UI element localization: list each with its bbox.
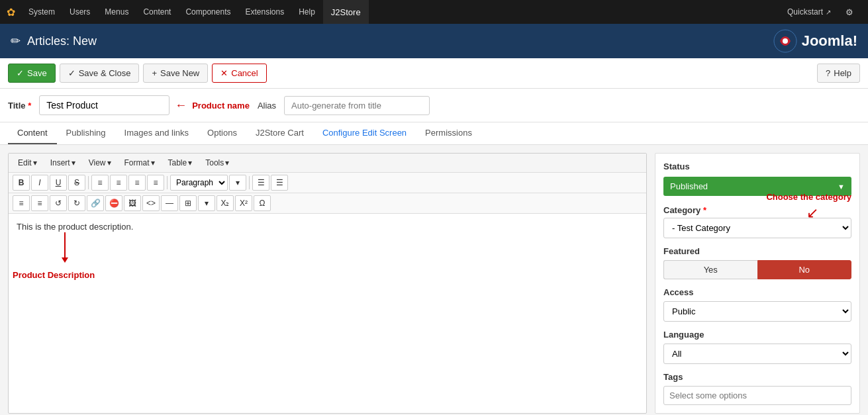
access-row: Access Public Registered Special [663, 287, 851, 322]
subscript-button[interactable]: X₂ [217, 195, 234, 211]
undo-button[interactable]: ↺ [50, 195, 67, 211]
nav-brand[interactable]: J2Store [323, 0, 369, 24]
save-close-button[interactable]: ✓ Save & Close [60, 64, 140, 83]
link-button[interactable]: 🔗 [87, 195, 104, 211]
access-select[interactable]: Public Registered Special [663, 301, 851, 322]
editor-toolbar-row1: B I U S ≡ ≡ ≡ ≡ Paragraph ▾ ☰ ☰ [9, 173, 646, 193]
title-input[interactable] [39, 95, 169, 115]
align-left-button[interactable]: ≡ [91, 175, 109, 191]
toolbar: ✓ Save ✓ Save & Close + Save New ✕ Cance… [0, 58, 868, 89]
required-star: * [28, 101, 31, 111]
header-bar: ✏ Articles: New Joomla! [0, 24, 868, 58]
editor-description-text: This is the product description. [17, 222, 638, 232]
tab-permissions[interactable]: Permissions [416, 122, 481, 144]
chevron-down-icon: ▾ [107, 158, 111, 167]
table-dropdown-icon[interactable]: ▾ [198, 195, 215, 211]
superscript-button[interactable]: X² [235, 195, 252, 211]
tags-input[interactable] [663, 386, 851, 405]
table-button[interactable]: ⊞ [179, 195, 197, 211]
tags-label: Tags [663, 372, 851, 382]
paragraph-dropdown-icon[interactable]: ▾ [229, 175, 246, 191]
category-select[interactable]: - Test Category [663, 218, 851, 238]
image-button[interactable]: 🖼 [124, 195, 141, 211]
tab-content[interactable]: Content [8, 122, 57, 144]
align-left2-button[interactable]: ≡ [13, 195, 30, 211]
joomla-nav-icon: ✿ [7, 6, 15, 19]
help-button[interactable]: ? Help [817, 64, 860, 83]
code-button[interactable]: <> [142, 195, 160, 211]
nav-extensions[interactable]: Extensions [238, 0, 291, 24]
featured-no-button[interactable]: No [757, 260, 852, 279]
joomla-logo-icon [773, 28, 798, 54]
language-label: Language [663, 330, 851, 340]
editor-menu-tools[interactable]: Tools ▾ [200, 156, 234, 169]
language-select[interactable]: All English [663, 344, 851, 364]
editor-menu-view[interactable]: View ▾ [83, 156, 117, 169]
unlink-button[interactable]: ⛔ [105, 195, 122, 211]
title-input-wrap: ← Product name [39, 95, 250, 115]
svg-marker-3 [62, 257, 68, 263]
featured-toggle: Yes No [663, 260, 851, 279]
chevron-down-icon: ▾ [33, 158, 37, 167]
align-right-button[interactable]: ≡ [128, 175, 146, 191]
editor-menu-table[interactable]: Table ▾ [163, 156, 198, 169]
italic-button[interactable]: I [31, 175, 48, 191]
align-center-button[interactable]: ≡ [110, 175, 127, 191]
chevron-down-icon: ▾ [72, 158, 75, 167]
settings-gear-icon[interactable]: ⚙ [838, 0, 861, 24]
align-justify-button[interactable]: ≡ [147, 175, 164, 191]
featured-row: Featured Yes No [663, 246, 851, 279]
editor-menu-format[interactable]: Format ▾ [119, 156, 160, 169]
bold-button[interactable]: B [13, 175, 30, 191]
nav-help[interactable]: Help [292, 0, 322, 24]
choose-category-annotation: Choose the category [766, 192, 851, 202]
featured-yes-button[interactable]: Yes [663, 260, 757, 279]
category-select-row: - Test Category ↙ [663, 215, 851, 238]
ordered-list-button[interactable]: ☰ [271, 175, 288, 191]
alias-label: Alias [258, 101, 276, 111]
tab-j2store-cart[interactable]: J2Store Cart [246, 122, 313, 144]
sidebar-section: Status Published Unpublished Archived Tr… [655, 153, 860, 414]
alias-input[interactable] [284, 96, 430, 115]
status-label: Status [663, 161, 851, 171]
align-right2-button[interactable]: ≡ [31, 195, 48, 211]
top-navbar: ✿ System Users Menus Content Components … [0, 0, 868, 24]
chevron-down-icon: ▾ [188, 158, 192, 167]
nav-menus[interactable]: Menus [98, 0, 135, 24]
nav-system[interactable]: System [22, 0, 62, 24]
sep1 [88, 176, 89, 189]
editor-menubar: Edit ▾ Insert ▾ View ▾ Format ▾ Table ▾ … [9, 154, 646, 173]
language-row: Language All English [663, 330, 851, 364]
strikethrough-button[interactable]: S [68, 175, 85, 191]
unordered-list-button[interactable]: ☰ [252, 175, 269, 191]
hr-button[interactable]: — [161, 195, 178, 211]
nav-users[interactable]: Users [63, 0, 97, 24]
editor-menu-insert[interactable]: Insert ▾ [45, 156, 81, 169]
tab-publishing[interactable]: Publishing [57, 122, 115, 144]
save-new-button[interactable]: + Save New [143, 64, 208, 83]
paragraph-select[interactable]: Paragraph [170, 175, 228, 191]
editor-container: Edit ▾ Insert ▾ View ▾ Format ▾ Table ▾ … [8, 153, 647, 414]
underline-button[interactable]: U [50, 175, 67, 191]
tab-options[interactable]: Options [198, 122, 246, 144]
joomla-logo: Joomla! [773, 28, 857, 54]
nav-content[interactable]: Content [136, 0, 177, 24]
editor-body[interactable]: This is the product description. Product… [9, 214, 646, 379]
redo-button[interactable]: ↻ [68, 195, 85, 211]
quickstart-link[interactable]: Quickstart ↗ [782, 7, 836, 17]
tab-images-links[interactable]: Images and links [115, 122, 199, 144]
cancel-button[interactable]: ✕ Cancel [212, 64, 266, 83]
nav-components[interactable]: Components [179, 0, 237, 24]
omega-button[interactable]: Ω [254, 195, 271, 211]
editor-menu-edit[interactable]: Edit ▾ [13, 156, 42, 169]
page-title: Articles: New [27, 34, 97, 48]
title-label: Title * [8, 101, 31, 111]
chevron-down-icon: ▾ [151, 158, 155, 167]
tab-configure-edit[interactable]: Configure Edit Screen [313, 122, 416, 144]
save-button[interactable]: ✓ Save [8, 64, 56, 83]
sidebar: Status Published Unpublished Archived Tr… [655, 153, 860, 414]
chevron-down-icon: ▾ [225, 158, 229, 167]
joomla-logo-text: Joomla! [802, 32, 857, 50]
save-new-icon: + [152, 68, 157, 78]
annotation-arrow-svg [22, 232, 75, 269]
